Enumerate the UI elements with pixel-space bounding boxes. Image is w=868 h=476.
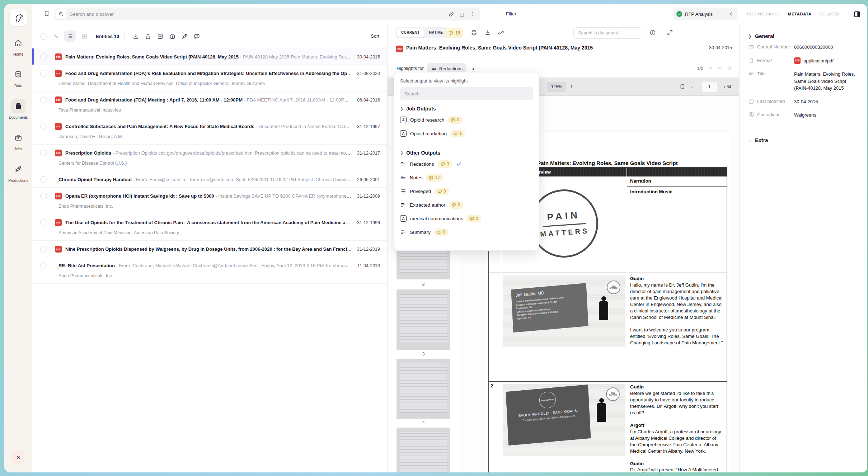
filter-button[interactable]: Filter [506, 11, 516, 17]
row-checkbox[interactable] [40, 176, 47, 183]
sidebar-item-data[interactable]: Data [4, 67, 32, 88]
group-other-outputs[interactable]: ❯Other Outputs [400, 150, 533, 156]
comment-count-badge: 0 [467, 215, 481, 222]
chevron-down-icon[interactable] [689, 85, 694, 91]
select-all-checkbox[interactable] [40, 33, 47, 40]
info-icon[interactable] [649, 29, 656, 37]
page-thumbnail[interactable] [397, 428, 450, 472]
list-view-button[interactable] [64, 30, 76, 42]
doc-search-input[interactable] [574, 28, 642, 38]
row-checkbox[interactable] [40, 262, 47, 269]
search-input[interactable] [70, 11, 438, 17]
table-row[interactable]: PDF Opana ER (oxymorphone HCl) Instant S… [32, 188, 387, 214]
dropdown-search-input[interactable] [400, 87, 533, 100]
output-item[interactable]: Extracted author 0 [400, 198, 533, 212]
row-checkbox[interactable] [40, 123, 47, 130]
view-mode-switch: CURRENT NATIVE [395, 27, 449, 38]
assign-icon[interactable] [166, 33, 178, 40]
output-item[interactable]: A Opioid marketing 1 [400, 127, 533, 140]
output-item[interactable]: Summary 0 [400, 225, 533, 239]
divider [662, 28, 662, 37]
user-avatar[interactable]: S [11, 450, 25, 465]
download-icon[interactable] [130, 33, 142, 40]
panel-toggle-icon[interactable] [853, 10, 861, 19]
table-row[interactable]: PDF The Use of Opioids for the Treatment… [32, 214, 387, 241]
presenter-figure [595, 398, 607, 422]
link-icon[interactable] [498, 29, 505, 37]
add-to-folder-icon[interactable] [154, 33, 166, 40]
table-row[interactable]: Chronic Opioid Therapy Handout - From: E… [32, 171, 387, 188]
section-general[interactable]: ❯General [748, 33, 867, 39]
table-row[interactable]: PDF Nine Prescription Opioids Dispensed … [32, 241, 387, 257]
next-match-icon[interactable] [717, 65, 723, 72]
meta-field-last-modified: Last Modified 30-04-2015 [748, 95, 861, 109]
table-row[interactable]: PDF Prescription Opioids - Prescription … [32, 145, 387, 171]
page-thumbnail[interactable] [397, 289, 450, 350]
row-checkbox[interactable] [40, 150, 47, 156]
table-row[interactable]: PDF Pain Matters: Evolving Roles, Same G… [32, 48, 387, 65]
sidebar-item-documents[interactable]: Documents [4, 99, 32, 119]
divider [740, 128, 867, 128]
row-checkbox[interactable] [40, 96, 47, 103]
chart-icon[interactable] [456, 11, 467, 17]
close-highlights-icon[interactable] [727, 65, 733, 72]
row-checkbox[interactable] [40, 193, 47, 199]
app-window: Home Data Documents Jobs Productions S [4, 4, 867, 472]
sidebar-item-productions[interactable]: Productions [4, 162, 32, 183]
row-checkbox[interactable] [40, 219, 47, 226]
app-logo[interactable] [10, 9, 27, 26]
output-item[interactable]: A medical communications 0 [400, 212, 533, 225]
kebab-menu-icon[interactable] [467, 11, 478, 17]
export-icon[interactable] [142, 33, 154, 40]
run-job-icon[interactable] [178, 33, 191, 40]
deselect-icon[interactable] [50, 30, 61, 42]
meta-value: 006000000330000 [794, 44, 861, 51]
tab-coding-panel[interactable]: CODING PANEL [747, 12, 780, 16]
workspace-select[interactable]: RFP Analysis [673, 8, 737, 20]
download-icon[interactable] [484, 29, 491, 37]
sidebar-item-home[interactable]: Home [4, 36, 32, 56]
doc-snippet: - PAIN-40128 May 2015 Pain Matters: Evol… [240, 54, 352, 60]
output-item[interactable]: A Opioid research 0 [400, 113, 533, 127]
entities-count[interactable]: Entities 10 [96, 34, 119, 39]
sidebar-item-label: Documents [4, 115, 32, 119]
zoom-level[interactable]: 125% [547, 82, 566, 92]
comments-count-button[interactable]: 18 [445, 28, 463, 38]
output-item[interactable]: Privileged 0 [400, 184, 533, 198]
check-circle-icon [676, 11, 682, 17]
tab-related[interactable]: RELATED [820, 12, 840, 16]
sort-button[interactable]: Sort [371, 33, 379, 39]
grid-view-button[interactable] [79, 30, 90, 42]
row-checkbox[interactable] [40, 70, 47, 77]
output-item[interactable]: Notes 17 [400, 171, 533, 184]
tab-current[interactable]: CURRENT [397, 28, 424, 37]
pdf-file-icon: PDF [55, 150, 62, 156]
fit-page-icon[interactable] [679, 84, 685, 91]
collapse-dropdown-button[interactable]: ▲ [469, 65, 477, 72]
page-thumbnail[interactable] [397, 359, 450, 419]
tab-metadata[interactable]: METADATA [788, 12, 812, 16]
expand-icon[interactable] [667, 29, 673, 37]
sidebar-item-label: Productions [4, 178, 32, 183]
table-row[interactable]: PDF Controlled Substances and Pain Manag… [32, 118, 387, 145]
group-job-outputs[interactable]: ❯Job Outputs [400, 106, 533, 112]
table-row[interactable]: PDF Food and Drug Administration (FDA)'s… [32, 65, 387, 91]
row-checkbox[interactable] [40, 246, 47, 253]
sidebar-item-jobs[interactable]: Jobs [4, 131, 32, 151]
tab-native[interactable]: NATIVE [424, 28, 447, 37]
comment-icon[interactable] [191, 33, 203, 40]
output-item-selected[interactable]: Redactions 0 [400, 157, 533, 171]
table-row[interactable]: PDF Food and Drug Administration (FDA) M… [32, 91, 387, 118]
print-icon[interactable] [471, 29, 477, 37]
table-row[interactable]: RE: Rite Aid Presentation - From: Cochra… [32, 257, 387, 284]
meta-value: Pain Matters: Evolving Roles, Same Goals… [794, 71, 861, 92]
page-input[interactable]: 1 [702, 82, 717, 92]
attachment-icon[interactable] [446, 11, 456, 17]
bookmark-icon[interactable] [43, 10, 50, 19]
field-a-icon: A [400, 117, 407, 123]
prev-match-icon[interactable] [708, 65, 713, 72]
section-extra[interactable]: ⌄Extra [748, 137, 867, 143]
zoom-in-icon[interactable]: + [570, 83, 573, 89]
person-icon [748, 112, 754, 118]
row-checkbox[interactable] [40, 53, 47, 60]
